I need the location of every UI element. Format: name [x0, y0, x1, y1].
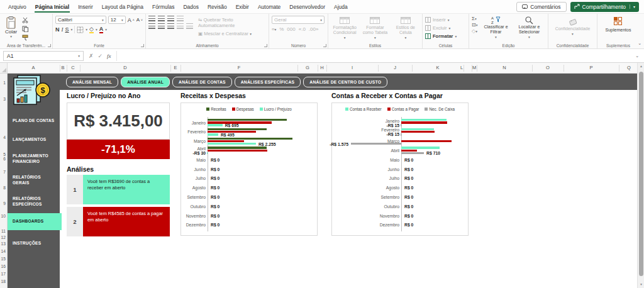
menu-tab-layout-da-página[interactable]: Layout da Página [97, 0, 148, 13]
delete-cells-button[interactable]: Excluir▾ [425, 24, 466, 32]
dashboard-tab-análise-de-contas[interactable]: ANÁLISE DE CONTAS [172, 77, 232, 87]
vertical-scrollbar[interactable]: ▲ ▼ [637, 63, 644, 288]
sidebar-item-relatórios-específicos[interactable]: RELATÓRIOS ESPECÍFICOS [13, 196, 58, 207]
dialog-launcher-icon[interactable] [141, 44, 144, 47]
row-header-17[interactable]: 17 [1, 272, 6, 276]
decrease-indent-icon[interactable] [177, 23, 184, 29]
sensitivity-button[interactable]: Confidencialidade▾ [551, 16, 594, 36]
sidebar-item-plano-de-contas[interactable]: PLANO DE CONTAS [13, 118, 58, 124]
row-header-12[interactable]: 12 [1, 235, 6, 240]
column-header-Q[interactable]: Q [627, 63, 631, 73]
sidebar-item-instruções[interactable]: INSTRUÇÕES [13, 241, 58, 246]
column-header-H[interactable]: H [320, 63, 323, 73]
cut-button[interactable] [22, 17, 28, 25]
row-header-8[interactable]: 8 [3, 186, 6, 190]
menu-tab-revisão[interactable]: Revisão [203, 0, 231, 13]
decrease-font-button[interactable]: A˅ [136, 17, 143, 23]
column-header-B[interactable]: B [61, 63, 64, 73]
align-middle-icon[interactable] [158, 16, 165, 21]
dashboard-tab-análise-de-centro-de-custo[interactable]: ANÁLISE DE CENTRO DE CUSTO [303, 77, 387, 87]
currency-format-button[interactable]: ¤▾ [272, 26, 276, 32]
conditional-formatting-button[interactable]: Formatação Condicional▾ [331, 17, 358, 40]
column-header-I[interactable]: I [352, 63, 353, 73]
bold-button[interactable]: N [55, 26, 60, 33]
clear-button[interactable]: ◇▾ [472, 28, 477, 34]
row-header-5[interactable]: 5 [3, 152, 6, 157]
cell-styles-button[interactable]: Estilos de Célula▾ [392, 17, 419, 40]
column-header-E[interactable]: E [174, 63, 177, 73]
underline-button[interactable]: S [65, 26, 69, 33]
menu-tab-desenvolvedor[interactable]: Desenvolvedor [285, 0, 330, 13]
row-header-14[interactable]: 14 [1, 249, 6, 253]
row-header-18[interactable]: 18 [1, 279, 6, 284]
scroll-down-icon[interactable]: ▼ [638, 281, 644, 288]
share-button[interactable]: Compartilhamento ▾ [570, 2, 639, 12]
align-left-icon[interactable] [148, 23, 155, 29]
sidebar-item-lançamentos[interactable]: LANÇAMENTOS [13, 137, 58, 143]
format-cells-button[interactable]: Formatar▾ [425, 32, 466, 40]
row-header-1[interactable]: 1 [3, 80, 6, 85]
menu-tab-ajuda[interactable]: Ajuda [330, 0, 352, 13]
sidebar-item-relatórios-gerais[interactable]: RELATÓRIOS GERAIS [13, 175, 58, 186]
orientation-icon[interactable] [177, 16, 184, 21]
select-all-corner[interactable] [0, 63, 8, 74]
column-header-G[interactable]: G [306, 63, 309, 73]
row-header-11[interactable]: 11 [1, 229, 6, 233]
row-header-16[interactable]: 16 [1, 264, 6, 269]
menu-tab-fórmulas[interactable]: Fórmulas [148, 0, 179, 13]
align-top-icon[interactable] [148, 16, 155, 21]
dashboard-tab-análises-específicas[interactable]: ANÁLISES ESPECÍFICAS [235, 77, 301, 87]
borders-button[interactable] [77, 26, 84, 33]
column-header-K[interactable]: K [436, 63, 439, 73]
sort-filter-button[interactable]: AZ Classificar e Filtrar▾ [480, 16, 511, 40]
formula-bar-expand-icon[interactable]: ⌄ [635, 53, 644, 58]
sidebar-item-dashboards[interactable]: DASHBOARDS [8, 213, 62, 230]
align-right-icon[interactable] [167, 23, 174, 29]
name-box[interactable]: A1▾ [3, 51, 84, 61]
row-header-13[interactable]: 13 [1, 241, 6, 246]
autosum-button[interactable]: Σ▾ [472, 16, 477, 21]
dialog-launcher-icon[interactable] [264, 44, 267, 47]
menu-tab-inserir[interactable]: Inserir [74, 0, 97, 13]
insert-cells-button[interactable]: Inserir▾ [425, 16, 466, 24]
addins-button[interactable]: Suplementos [600, 16, 636, 32]
row-header-9[interactable]: 9 [3, 201, 6, 206]
column-header-N[interactable]: N [502, 63, 506, 73]
paste-button[interactable]: Colar ▾ [3, 16, 19, 43]
dashboard-tab-análise-mensal[interactable]: ANÁLISE MENSAL [66, 77, 118, 87]
percent-format-button[interactable]: % [279, 26, 284, 32]
column-header-L[interactable]: L [460, 63, 463, 73]
scrollbar-thumb[interactable] [639, 72, 643, 276]
decrease-decimal-button[interactable]: .00» [309, 26, 319, 32]
font-size-select[interactable]: 12▾ [108, 16, 126, 24]
comma-format-button[interactable]: 000 [287, 26, 295, 32]
dialog-launcher-icon[interactable] [48, 44, 51, 47]
collapse-ribbon-icon[interactable]: ⌄ [638, 41, 641, 46]
menu-tab-página-inicial[interactable]: Página Inicial [31, 0, 74, 13]
column-header-P[interactable]: P [589, 63, 592, 73]
dashboard-tab-análise-anual[interactable]: ANÁLISE ANUAL [121, 77, 170, 87]
cancel-icon[interactable]: ✗ [89, 53, 94, 59]
italic-button[interactable]: I [62, 26, 64, 33]
menu-tab-automate[interactable]: Automate [253, 0, 285, 13]
increase-font-button[interactable]: A˄ [128, 17, 135, 23]
row-header-10[interactable]: 10 [1, 214, 6, 218]
comments-button[interactable]: Comentários [516, 2, 566, 12]
format-painter-button[interactable] [22, 35, 28, 43]
menu-tab-arquivo[interactable]: Arquivo [4, 0, 31, 13]
column-header-D[interactable]: D [123, 63, 126, 73]
row-header-7[interactable]: 7 [3, 170, 6, 174]
column-header-M[interactable]: M [472, 63, 476, 73]
row-header-15[interactable]: 15 [1, 257, 6, 261]
insert-function-button[interactable]: fx [107, 53, 111, 59]
menu-tab-dados[interactable]: Dados [179, 0, 203, 13]
column-header-F[interactable]: F [238, 63, 241, 73]
align-center-icon[interactable] [158, 23, 165, 29]
format-as-table-button[interactable]: Formatar como Tabela▾ [361, 17, 389, 40]
find-select-button[interactable]: Localizar e Selecionar▾ [514, 16, 544, 40]
increase-decimal-button[interactable]: «.0 [299, 26, 306, 32]
dialog-launcher-icon[interactable] [323, 44, 326, 47]
fill-button[interactable]: ⊡▾ [472, 22, 477, 28]
column-header-C[interactable]: C [71, 63, 74, 73]
column-header-A[interactable]: A [31, 63, 35, 73]
